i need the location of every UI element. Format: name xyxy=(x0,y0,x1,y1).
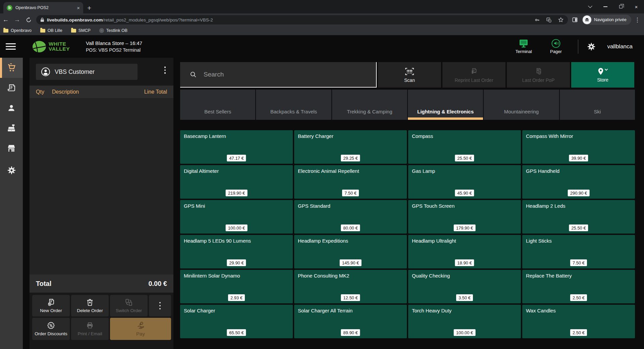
rail-item-receipts[interactable] xyxy=(0,78,23,98)
product-tile[interactable]: Light Sticks7.50 € xyxy=(522,235,635,268)
tab-mountaineering[interactable]: Mountaineering xyxy=(484,90,559,120)
last-order-pop-button[interactable]: Last Order PoP xyxy=(507,62,570,88)
product-tile[interactable]: Solar Charger65.50 € xyxy=(180,305,293,338)
search-box[interactable] xyxy=(180,62,376,88)
switch-order-label: Switch Order xyxy=(116,308,142,313)
product-tile[interactable]: Headlamp 2 Leds25.50 € xyxy=(522,200,635,234)
window-minimize-button[interactable] xyxy=(598,0,613,13)
delete-order-label: Delete Order xyxy=(77,308,103,313)
reprint-last-order-button[interactable]: Reprint Last Order xyxy=(442,62,505,88)
tab-lightning-electronics[interactable]: Lightning & Electronics xyxy=(408,90,483,120)
username[interactable]: vallblanca xyxy=(607,43,633,50)
bookmark-label: OB Lille xyxy=(48,28,62,33)
last-order-pop-icon xyxy=(534,67,543,76)
browser-menu-icon[interactable]: ⋮ xyxy=(635,16,640,23)
reload-icon[interactable] xyxy=(23,17,34,23)
product-price: 25.50 € xyxy=(455,155,474,161)
window-menu-chevron-icon[interactable] xyxy=(582,0,598,13)
switch-order-button[interactable]: Switch Order xyxy=(110,295,148,316)
bookmark-star-icon[interactable] xyxy=(558,17,564,23)
screen: b Openbravo POS2 × + × ← → livebuilds.op… xyxy=(0,0,644,349)
product-tile[interactable]: Gas Lamp45.90 € xyxy=(408,165,521,199)
tab-close-icon[interactable]: × xyxy=(77,5,80,10)
total-label: Total xyxy=(36,280,51,288)
new-tab-button[interactable]: + xyxy=(87,4,91,11)
product-tile[interactable]: Compass25.50 € xyxy=(408,130,521,164)
folder-icon xyxy=(3,29,8,33)
url-bar[interactable]: livebuilds.openbravo.com/retail_pos2_mod… xyxy=(36,15,568,24)
print-email-button[interactable]: Print / Email xyxy=(71,318,109,340)
product-price: 18.90 € xyxy=(455,259,474,266)
product-tile[interactable]: Basecamp Lantern47.17 € xyxy=(180,130,293,164)
rail-item-cash-register[interactable] xyxy=(0,118,23,138)
back-icon[interactable]: ← xyxy=(0,16,11,23)
order-lines-empty-list xyxy=(30,98,173,275)
product-tile[interactable]: Electronic Animal Repellent7.50 € xyxy=(294,165,407,199)
product-tile[interactable]: Headlamp Expeditions145.90 € xyxy=(294,235,407,268)
menu-hamburger-icon[interactable] xyxy=(6,43,16,50)
product-name: Torch Heavy Duty xyxy=(412,308,451,313)
trash-icon xyxy=(86,298,94,307)
reprint-last-order-label: Reprint Last Order xyxy=(454,78,493,83)
bookmark-testlink[interactable]: Testlink OB xyxy=(99,28,127,33)
window-restore-button[interactable] xyxy=(613,0,629,13)
product-tile[interactable]: Torch Heavy Duty100.00 € xyxy=(408,305,521,338)
pager-status-button[interactable]: Pager xyxy=(540,39,572,54)
bookmark-folder-openbravo[interactable]: Openbravo xyxy=(3,28,32,33)
tab-best-sellers[interactable]: Best Sellers xyxy=(180,90,255,120)
product-tile[interactable]: GPS Standard80.00 € xyxy=(294,200,407,234)
product-price: 2.50 € xyxy=(570,329,587,336)
product-tile[interactable]: GPS Mini100.00 € xyxy=(180,200,293,234)
product-tile[interactable]: Headlamp Ultralight18.90 € xyxy=(408,235,521,268)
product-tile[interactable]: GPS Touch Screen179.90 € xyxy=(408,200,521,234)
product-name: Light Sticks xyxy=(526,238,552,244)
rail-item-settings[interactable] xyxy=(0,160,23,180)
order-more-kebab-icon[interactable] xyxy=(149,295,171,316)
product-tile[interactable]: Minilintern Solar Dynamo2.93 € xyxy=(180,270,293,303)
password-key-icon[interactable] xyxy=(534,17,540,23)
store-label: Store xyxy=(597,77,608,83)
product-tile[interactable]: Digital Altimeter219.90 € xyxy=(180,165,293,199)
browser-tab[interactable]: b Openbravo POS2 × xyxy=(3,2,83,13)
product-tile[interactable]: Headlamp 5 LEDs 90 Lumens29.90 € xyxy=(180,235,293,268)
customer-row: VBS Customer xyxy=(30,58,173,86)
bookmark-folder-ob-lille[interactable]: OB Lille xyxy=(40,28,62,33)
rail-item-customers[interactable] xyxy=(0,98,23,118)
delete-order-button[interactable]: Delete Order xyxy=(71,295,109,316)
product-tile[interactable]: Solar Charger All Terrain89.90 € xyxy=(294,305,407,338)
new-order-button[interactable]: New Order xyxy=(32,295,70,316)
scan-button[interactable]: Scan xyxy=(378,62,441,88)
tab-backpacks-travels[interactable]: Backpacks & Travels xyxy=(256,90,331,120)
terminal-status-button[interactable]: Terminal xyxy=(507,39,540,54)
product-tile[interactable]: GPS Handheld290.90 € xyxy=(522,165,635,199)
tab-trekking-camping[interactable]: Trekking & Camping xyxy=(332,90,407,120)
product-price: 219.90 € xyxy=(226,190,248,196)
terminal-monitor-icon xyxy=(519,39,528,48)
product-name: Basecamp Lantern xyxy=(184,133,226,139)
search-icon xyxy=(190,71,197,78)
product-tile[interactable]: Compass With Mirror39.90 € xyxy=(522,130,635,164)
store-selector-button[interactable]: Store xyxy=(571,62,634,88)
translate-icon[interactable]: a xyxy=(546,17,552,23)
rail-item-cart[interactable] xyxy=(0,58,23,78)
rail-item-store[interactable] xyxy=(0,138,23,158)
product-tile[interactable]: Wax Candles2.50 € xyxy=(522,305,635,338)
incognito-badge[interactable]: Navigation privée xyxy=(582,15,631,25)
product-tile[interactable]: Battery Charger29.25 € xyxy=(294,130,407,164)
pay-button[interactable]: Pay xyxy=(110,318,171,340)
tab-ski[interactable]: Ski xyxy=(560,90,635,120)
product-tile[interactable]: Phone Consulting MK212.50 € xyxy=(294,270,407,303)
pay-hand-coin-icon xyxy=(136,321,145,330)
product-tile[interactable]: Replace The Battery2.50 € xyxy=(522,270,635,303)
customer-chip[interactable]: VBS Customer xyxy=(36,64,138,80)
settings-gear-icon[interactable] xyxy=(587,42,596,51)
globe-icon xyxy=(99,28,104,33)
side-panel-icon[interactable] xyxy=(572,17,578,23)
search-input[interactable] xyxy=(204,71,376,78)
bookmark-folder-smcp[interactable]: SMCP xyxy=(71,28,91,33)
window-close-button[interactable]: × xyxy=(629,0,644,13)
forward-icon[interactable]: → xyxy=(11,16,23,23)
customer-menu-kebab-icon[interactable] xyxy=(161,66,169,74)
product-tile[interactable]: Quality Checking3.50 € xyxy=(408,270,521,303)
order-discounts-button[interactable]: Order Discounts xyxy=(32,318,70,340)
